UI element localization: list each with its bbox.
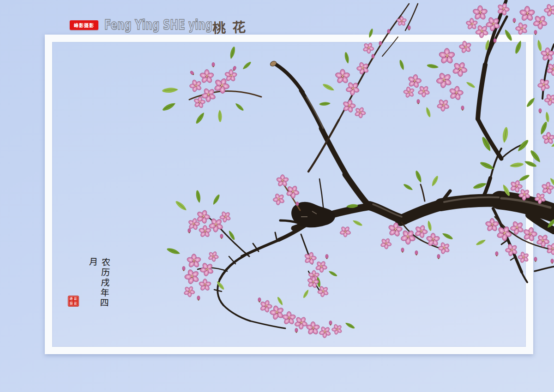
studio-badge: 峰影摄影 (70, 20, 98, 30)
seal-char: 影 (74, 302, 78, 306)
seal-char: 摄 (69, 302, 73, 306)
studio-name-text: Feng Ying SHE ying (104, 17, 212, 33)
studio-name-outline: Feng Ying SHE ying (103, 13, 215, 35)
seal-char: 影 (74, 297, 78, 301)
photo-artwork-canvas: 峰影摄影 Feng Ying SHE ying 桃花 (0, 0, 554, 392)
studio-badge-label: 峰影摄影 (74, 22, 94, 29)
seal-char: 峰 (69, 297, 73, 301)
artwork-title-calligraphy: 桃花 (212, 16, 252, 37)
photo-frame (45, 35, 533, 354)
date-inscription: 农历戌年四月 (85, 257, 112, 318)
artist-seal: 峰 影 摄 影 (68, 296, 79, 307)
